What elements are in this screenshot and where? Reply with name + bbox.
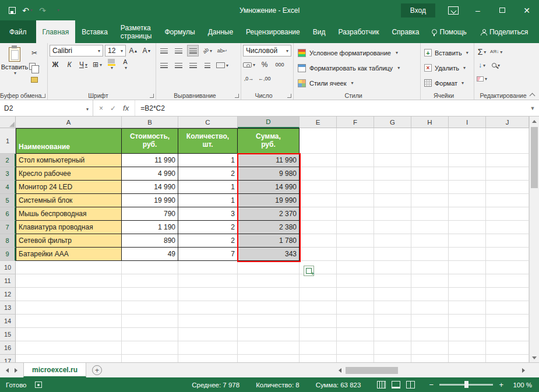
cell-I10[interactable] xyxy=(449,261,486,274)
font-size-combo[interactable]: 12 xyxy=(105,45,126,56)
cell-J9[interactable] xyxy=(486,248,529,261)
share-button[interactable]: Поделиться xyxy=(475,28,534,36)
cell-B9[interactable]: 49 xyxy=(122,248,178,261)
cell-A4[interactable]: Монитор 24 LED xyxy=(16,181,122,194)
row-header-9[interactable]: 9 xyxy=(0,248,16,261)
cell-F4[interactable] xyxy=(337,181,374,194)
align-center-button[interactable] xyxy=(172,59,184,71)
cell-I13[interactable] xyxy=(449,301,486,315)
cell-J2[interactable] xyxy=(486,154,529,167)
cell-G4[interactable] xyxy=(374,181,411,194)
cell-A9[interactable]: Батарейки AAA xyxy=(16,248,122,261)
cell-G7[interactable] xyxy=(374,221,411,234)
cell-D8[interactable]: 1 780 xyxy=(238,234,300,248)
decrease-font-button[interactable]: А▼ xyxy=(141,45,153,56)
cell-I5[interactable] xyxy=(449,194,486,207)
cell-F7[interactable] xyxy=(337,221,374,234)
cell-H14[interactable] xyxy=(411,315,449,328)
cell-G1[interactable] xyxy=(374,128,411,154)
cell-B3[interactable]: 4 990 xyxy=(122,167,178,181)
cell-B17[interactable] xyxy=(122,355,178,362)
cell-H3[interactable] xyxy=(411,167,449,181)
cell-E6[interactable] xyxy=(300,207,337,221)
cell-B16[interactable] xyxy=(122,341,178,355)
cell-J15[interactable] xyxy=(486,328,529,341)
row-header-13[interactable]: 13 xyxy=(0,301,16,315)
format-painter-button[interactable] xyxy=(29,74,40,86)
autosum-button[interactable]: Σ xyxy=(476,46,488,58)
page-layout-view-button[interactable] xyxy=(392,381,400,389)
cell-B14[interactable] xyxy=(122,315,178,328)
row-header-1[interactable]: 1 xyxy=(0,128,16,154)
ribbon-tab-2[interactable]: Вставка xyxy=(75,20,114,43)
signin-button[interactable]: Вход xyxy=(401,3,435,17)
cell-H4[interactable] xyxy=(411,181,449,194)
column-header-C[interactable]: C xyxy=(178,116,238,128)
cell-C4[interactable]: 1 xyxy=(178,181,238,194)
cell-C11[interactable] xyxy=(178,274,238,288)
bold-button[interactable]: Ж xyxy=(50,59,61,70)
cell-A17[interactable] xyxy=(16,355,122,362)
borders-button[interactable]: ⊞ xyxy=(91,59,103,70)
align-middle-button[interactable] xyxy=(172,45,184,56)
zoom-in-button[interactable]: + xyxy=(498,380,505,389)
row-header-8[interactable]: 8 xyxy=(0,234,16,248)
cell-E13[interactable] xyxy=(300,301,337,315)
cell-G13[interactable] xyxy=(374,301,411,315)
cell-A3[interactable]: Кресло рабочее xyxy=(16,167,122,181)
row-header-6[interactable]: 6 xyxy=(0,207,16,221)
cell-J4[interactable] xyxy=(486,181,529,194)
cell-D15[interactable] xyxy=(238,328,300,341)
cell-A7[interactable]: Клавиатура проводная xyxy=(16,221,122,234)
cell-G16[interactable] xyxy=(374,341,411,355)
cell-F15[interactable] xyxy=(337,328,374,341)
undo-button[interactable]: ↶ xyxy=(21,3,34,17)
comma-style-button[interactable]: 000 xyxy=(274,59,286,70)
cell-C1[interactable]: Количество, шт. xyxy=(178,128,238,154)
cell-B10[interactable] xyxy=(122,261,178,274)
cell-I12[interactable] xyxy=(449,288,486,301)
cell-F11[interactable] xyxy=(337,274,374,288)
row-header-12[interactable]: 12 xyxy=(0,288,16,301)
cell-C8[interactable]: 2 xyxy=(178,234,238,248)
enter-button[interactable]: ✓ xyxy=(110,104,116,112)
find-select-button[interactable] xyxy=(490,59,502,71)
cell-E16[interactable] xyxy=(300,341,337,355)
cell-J7[interactable] xyxy=(486,221,529,234)
cell-G15[interactable] xyxy=(374,328,411,341)
cell-H1[interactable] xyxy=(411,128,449,154)
collapse-ribbon-button[interactable] xyxy=(530,92,534,97)
underline-button[interactable]: Ч xyxy=(77,59,89,70)
cell-E11[interactable] xyxy=(300,274,337,288)
column-header-I[interactable]: I xyxy=(449,116,486,128)
merge-center-button[interactable] xyxy=(216,59,228,71)
decrease-decimal-button[interactable]: ←,00 xyxy=(258,73,271,84)
cell-styles-button[interactable]: Стили ячеек xyxy=(295,76,418,90)
cell-B1[interactable]: Стоимость, руб. xyxy=(122,128,178,154)
ribbon-tab-3[interactable]: Разметка страницы xyxy=(114,20,158,43)
cell-E1[interactable] xyxy=(300,128,337,154)
column-header-J[interactable]: J xyxy=(486,116,529,128)
cell-G14[interactable] xyxy=(374,315,411,328)
ribbon-display-options-icon[interactable] xyxy=(448,6,459,15)
name-box[interactable]: D2 xyxy=(0,100,93,116)
zoom-slider[interactable] xyxy=(439,384,493,386)
ribbon-tab-7[interactable]: Вид xyxy=(307,20,332,43)
cell-B7[interactable]: 1 190 xyxy=(122,221,178,234)
scroll-right-button[interactable] xyxy=(519,366,528,375)
cell-E14[interactable] xyxy=(300,315,337,328)
cell-D11[interactable] xyxy=(238,274,300,288)
row-header-11[interactable]: 11 xyxy=(0,274,16,288)
ribbon-tab-6[interactable]: Рецензирование xyxy=(239,20,307,43)
cell-E12[interactable] xyxy=(300,288,337,301)
cell-A13[interactable] xyxy=(16,301,122,315)
cell-D4[interactable]: 14 990 xyxy=(238,181,300,194)
number-dialog-launcher[interactable] xyxy=(287,94,291,98)
cell-H9[interactable] xyxy=(411,248,449,261)
cell-A2[interactable]: Стол компьютерный xyxy=(16,154,122,167)
save-button[interactable] xyxy=(6,3,19,17)
cell-G17[interactable] xyxy=(374,355,411,362)
align-left-button[interactable] xyxy=(158,59,170,71)
page-break-view-button[interactable] xyxy=(406,381,415,389)
row-header-4[interactable]: 4 xyxy=(0,181,16,194)
